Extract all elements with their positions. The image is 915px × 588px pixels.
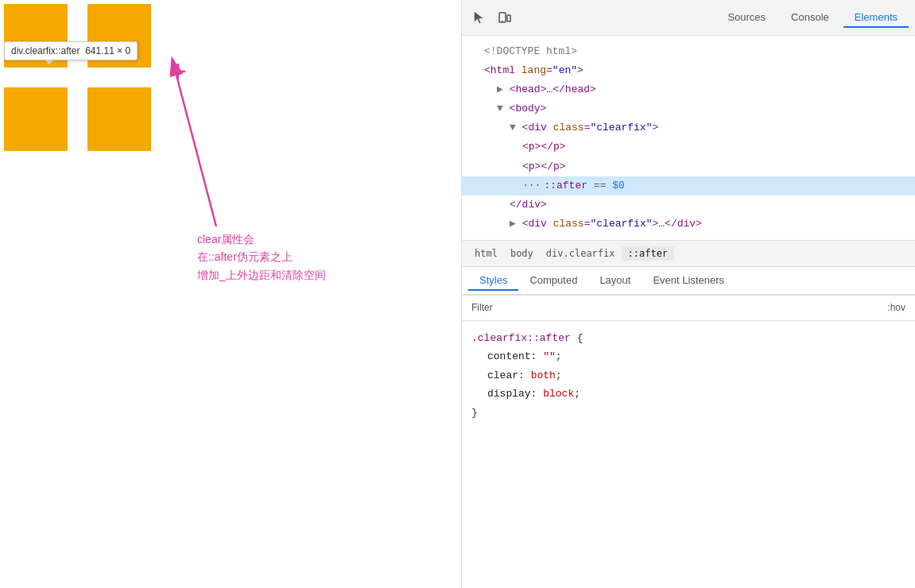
filter-bar: Filter :hov bbox=[462, 296, 915, 321]
sub-tab-layout[interactable]: Layout bbox=[588, 271, 642, 291]
html-tree: <!DOCTYPE html> <html lang="en"> ▶ <head… bbox=[462, 36, 915, 240]
sub-tabs-bar: Styles Computed Layout Event Listeners bbox=[462, 267, 915, 296]
tree-p-1[interactable]: <p></p> bbox=[462, 137, 915, 157]
tooltip-element: div.clearfix::after bbox=[11, 45, 79, 56]
tree-p-2[interactable]: <p></p> bbox=[462, 157, 915, 176]
breadcrumb-divclearfix[interactable]: div.clearfix bbox=[540, 246, 622, 261]
tab-console[interactable]: Console bbox=[780, 8, 840, 28]
annotation-text: clear属性会 在::after伪元素之上 增加_上外边距和清除空间 bbox=[197, 230, 326, 284]
element-tooltip: div.clearfix::after 641.11 × 0 bbox=[4, 41, 138, 60]
svg-point-6 bbox=[502, 21, 503, 22]
css-prop-content: content: ""; bbox=[471, 347, 905, 366]
css-prop-clear: clear: both; bbox=[471, 366, 905, 385]
css-open-brace: { bbox=[577, 332, 584, 344]
tree-close-div[interactable]: </div> bbox=[462, 195, 915, 215]
cursor-icon[interactable] bbox=[468, 6, 490, 29]
preview-panel: div.clearfix::after 641.11 × 0 clear属性会 … bbox=[0, 0, 461, 588]
devtools-panel: Sources Console Elements <!DOCTYPE html>… bbox=[461, 0, 915, 588]
orange-box-4 bbox=[87, 87, 151, 151]
device-icon[interactable] bbox=[494, 6, 516, 29]
filter-label: Filter bbox=[471, 302, 493, 313]
css-selector: .clearfix::after bbox=[471, 332, 571, 344]
sub-tab-styles[interactable]: Styles bbox=[468, 271, 518, 291]
tree-doctype[interactable]: <!DOCTYPE html> bbox=[462, 42, 915, 61]
devtools-toolbar: Sources Console Elements bbox=[462, 0, 915, 36]
tree-head[interactable]: ▶ <head>…</head> bbox=[462, 80, 915, 99]
breadcrumb-bar: html body div.clearfix ::after bbox=[462, 240, 915, 267]
sub-tab-event-listeners[interactable]: Event Listeners bbox=[642, 271, 735, 291]
breadcrumb-body[interactable]: body bbox=[504, 246, 540, 261]
tab-sources[interactable]: Sources bbox=[716, 8, 777, 28]
svg-line-1 bbox=[176, 75, 216, 226]
sub-tab-computed[interactable]: Computed bbox=[518, 271, 588, 291]
tree-div-clearfix-2[interactable]: ▶ <div class="clearfix">…</div> bbox=[462, 215, 915, 234]
css-rule: .clearfix::after { content: ""; clear: b… bbox=[471, 329, 905, 422]
filter-hov-label: :hov bbox=[887, 302, 905, 313]
tree-div-clearfix-1[interactable]: ▼ <div class="clearfix"> bbox=[462, 118, 915, 137]
breadcrumb-after[interactable]: ::after bbox=[622, 246, 675, 261]
tooltip-size: 641.11 × 0 bbox=[85, 45, 130, 56]
orange-box-3 bbox=[4, 87, 68, 151]
tree-after[interactable]: ···::after == $0 bbox=[462, 176, 915, 195]
tree-body[interactable]: ▼ <body> bbox=[462, 99, 915, 118]
filter-input[interactable] bbox=[493, 302, 888, 314]
tree-html[interactable]: <html lang="en"> bbox=[462, 61, 915, 80]
svg-rect-5 bbox=[507, 15, 510, 21]
css-close-brace: } bbox=[471, 407, 478, 419]
breadcrumb-html[interactable]: html bbox=[468, 246, 504, 261]
tab-elements[interactable]: Elements bbox=[843, 8, 909, 28]
css-prop-display: display: block; bbox=[471, 385, 905, 403]
css-panel: .clearfix::after { content: ""; clear: b… bbox=[462, 321, 915, 588]
